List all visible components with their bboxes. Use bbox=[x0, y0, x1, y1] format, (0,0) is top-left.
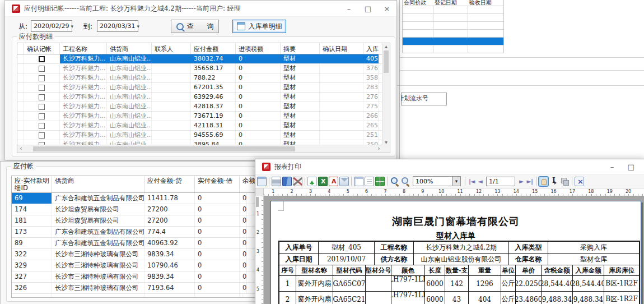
supplier-cell[interactable]: 长沙坦森贸易有限公司 bbox=[52, 204, 144, 215]
debit-cell[interactable]: 0 bbox=[195, 283, 240, 293]
supplier-cell[interactable]: 山东南山铝业... bbox=[107, 93, 152, 102]
to-date-select[interactable]: 2020/03/31 bbox=[97, 20, 138, 32]
stock-id-cell[interactable]: 275 bbox=[363, 102, 379, 111]
title-bar[interactable]: 应付明细记帐------当前工程: 长沙万科魅力之城4.2期------当前用户… bbox=[5, 1, 396, 17]
page-setup-icon[interactable] bbox=[354, 177, 363, 186]
summary-cell[interactable]: 型材 bbox=[281, 64, 320, 73]
supplier-cell[interactable]: 山东南山铝业... bbox=[107, 121, 152, 130]
supplier-cell[interactable]: 长沙市三湘特种玻璃有限公司 bbox=[52, 249, 144, 260]
print-preview-icon[interactable] bbox=[282, 177, 292, 186]
table-row[interactable]: 长沙万科魅力... 山东南山铝业... 63929.46 0 型材 276 bbox=[17, 93, 382, 102]
row-selector[interactable] bbox=[17, 83, 24, 92]
row-selector[interactable] bbox=[17, 93, 24, 102]
project-cell[interactable]: 长沙万科魅力... bbox=[60, 121, 107, 130]
checkbox[interactable] bbox=[39, 94, 45, 100]
debit-cell[interactable]: 0 bbox=[195, 249, 240, 260]
report-preview-area[interactable]: 湖南巨晟门窗幕墙有限公司 型材入库单 入库单号 型材_405 工程名称 长沙万科… bbox=[264, 196, 644, 304]
first-page-icon[interactable]: |◄ bbox=[469, 178, 474, 185]
single-page-view-icon[interactable] bbox=[365, 177, 374, 186]
zoom-in-icon[interactable] bbox=[390, 177, 399, 186]
amount-cell[interactable]: 42118.31 bbox=[191, 121, 236, 130]
project-cell[interactable]: 长沙万科魅力... bbox=[60, 131, 107, 140]
toolbar-separator[interactable] bbox=[387, 177, 388, 186]
contact-cell[interactable] bbox=[152, 131, 191, 140]
stock-id-cell[interactable]: 265 bbox=[363, 121, 379, 130]
print-icon[interactable] bbox=[272, 177, 281, 186]
table-row[interactable]: 322 长沙市三湘特种玻璃有限公司 9839.34 0 0 bbox=[12, 249, 256, 260]
table-row-selected[interactable] bbox=[403, 37, 503, 45]
tax-cell[interactable]: 0 bbox=[236, 64, 281, 73]
confirm-cell[interactable] bbox=[24, 64, 60, 73]
tax-cell[interactable]: 0 bbox=[236, 83, 281, 92]
row-selector[interactable] bbox=[17, 102, 24, 111]
toolbar-separator[interactable] bbox=[572, 177, 572, 186]
print-settings-icon[interactable] bbox=[293, 177, 302, 186]
confirm-cell[interactable] bbox=[24, 112, 60, 121]
confirm-date-cell[interactable] bbox=[320, 54, 363, 63]
balance-cell[interactable]: 0 bbox=[240, 238, 247, 248]
credit-cell[interactable]: 7193.64 bbox=[144, 283, 195, 293]
table-row[interactable]: 长沙万科魅力... 山东南山铝业... 42818.37 0 型材 275 bbox=[17, 102, 382, 112]
query-button[interactable]: 查 询 bbox=[171, 20, 219, 33]
project-cell[interactable]: 长沙万科魅力... bbox=[60, 102, 107, 111]
supplier-cell[interactable]: 山东南山铝业... bbox=[107, 54, 152, 63]
column-header[interactable]: 确认记帐 bbox=[24, 43, 60, 54]
tax-cell[interactable]: 0 bbox=[236, 121, 281, 130]
table-row[interactable]: 174 长沙坦森贸易有限公司 27200 0 0 bbox=[12, 204, 256, 215]
stock-id-cell[interactable]: 266 bbox=[363, 112, 379, 121]
project-cell[interactable]: 长沙万科魅力... bbox=[60, 112, 107, 121]
export-pdf-icon[interactable] bbox=[329, 177, 338, 186]
credit-cell[interactable]: 27200 bbox=[144, 215, 195, 226]
balance-cell[interactable]: 0 bbox=[240, 227, 247, 237]
supplier-cell[interactable]: 山东南山铝业... bbox=[107, 102, 152, 111]
maximize-button[interactable]: □ bbox=[358, 1, 377, 16]
confirm-date-cell[interactable] bbox=[320, 112, 363, 121]
amount-cell[interactable]: 67201.35 bbox=[191, 83, 236, 92]
column-header[interactable]: 摘要 bbox=[281, 43, 320, 54]
confirm-cell[interactable] bbox=[24, 83, 60, 92]
zoom-select[interactable]: 100% bbox=[413, 176, 461, 186]
supplier-cell[interactable]: 山东南山铝业... bbox=[107, 131, 152, 140]
id-cell[interactable]: 327 bbox=[12, 271, 52, 282]
send-email-icon[interactable] bbox=[339, 177, 349, 186]
column-header[interactable]: 入库 bbox=[363, 43, 382, 54]
project-cell[interactable]: 长沙万科魅力... bbox=[60, 54, 107, 63]
amount-cell[interactable]: 788.22 bbox=[191, 73, 236, 82]
stock-id-cell[interactable]: 283 bbox=[363, 83, 379, 92]
contact-cell[interactable] bbox=[152, 54, 191, 63]
table-row[interactable] bbox=[403, 13, 503, 21]
debit-cell[interactable]: 0 bbox=[195, 193, 240, 204]
contact-cell[interactable] bbox=[152, 121, 191, 130]
contact-cell[interactable] bbox=[152, 83, 191, 92]
scrollbar-thumb[interactable] bbox=[33, 146, 295, 151]
checkbox[interactable] bbox=[39, 132, 45, 139]
table-row[interactable] bbox=[403, 29, 503, 37]
column-header[interactable]: 应-实付款明细ID bbox=[12, 176, 52, 192]
credit-cell[interactable]: 9839.34 bbox=[144, 249, 195, 260]
confirm-date-cell[interactable] bbox=[320, 131, 363, 140]
confirm-cell[interactable] bbox=[24, 54, 60, 63]
column-header[interactable]: 确认日期 bbox=[320, 43, 363, 54]
summary-cell[interactable]: 型材 bbox=[281, 54, 320, 63]
scrollbar-thumb[interactable] bbox=[384, 50, 389, 73]
row-selector[interactable] bbox=[17, 73, 24, 82]
next-page-icon[interactable]: ► bbox=[519, 178, 523, 185]
contact-cell[interactable] bbox=[152, 73, 191, 82]
table-row[interactable]: 长沙万科魅力... 山东南山铝业... 788.22 0 型材 358 bbox=[17, 73, 382, 83]
table-row[interactable] bbox=[403, 6, 503, 13]
from-date-select[interactable]: 2020/02/29 bbox=[31, 20, 72, 32]
debit-cell[interactable]: 0 bbox=[195, 204, 240, 215]
balance-cell[interactable]: 0 bbox=[240, 215, 247, 226]
project-cell[interactable]: 长沙万科魅力... bbox=[60, 73, 107, 82]
credit-cell[interactable]: 27200 bbox=[144, 204, 195, 215]
tax-cell[interactable]: 0 bbox=[236, 54, 281, 63]
toolbar-separator[interactable] bbox=[351, 177, 352, 186]
confirm-date-cell[interactable] bbox=[320, 121, 363, 130]
contact-cell[interactable] bbox=[152, 102, 191, 111]
column-header[interactable]: 供货商 bbox=[52, 176, 144, 192]
text-select-tool-icon[interactable] bbox=[549, 177, 559, 186]
supplier-cell[interactable]: 山东南山铝业... bbox=[107, 73, 152, 82]
row-selector[interactable] bbox=[17, 64, 24, 73]
copy-page-icon[interactable] bbox=[560, 177, 570, 186]
debit-cell[interactable]: 0 bbox=[195, 260, 240, 271]
